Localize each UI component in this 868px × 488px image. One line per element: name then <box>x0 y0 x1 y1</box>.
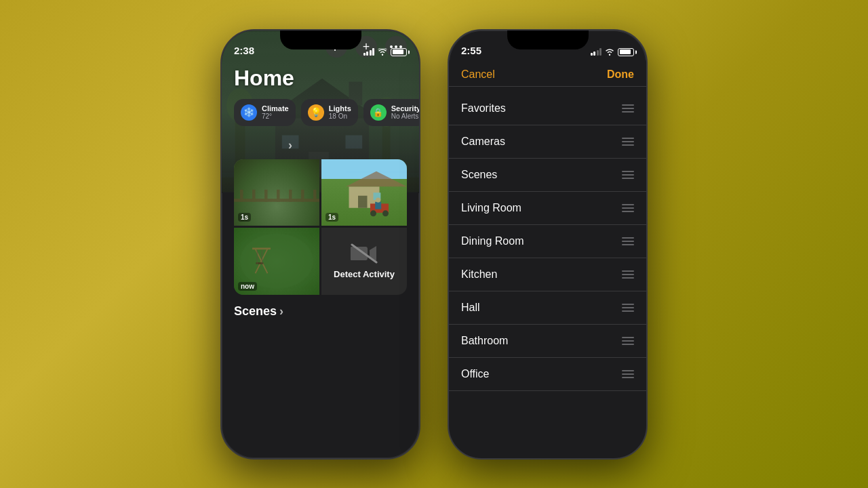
svg-rect-23 <box>252 189 256 201</box>
camera-3-timestamp: now <box>238 282 257 291</box>
svg-rect-31 <box>358 195 368 207</box>
lights-widget[interactable]: 💡 Lights 18 On <box>301 99 358 126</box>
phone-2-notch <box>507 30 589 49</box>
battery-icon-2 <box>618 48 634 56</box>
svg-rect-28 <box>313 189 317 201</box>
battery-icon-1 <box>391 48 407 56</box>
phone-1: 2:38 <box>220 29 420 460</box>
climate-value: 72° <box>262 113 289 120</box>
room-item-scenes[interactable]: Scenes <box>449 159 646 192</box>
svg-rect-27 <box>301 189 304 201</box>
security-label: Security <box>391 104 419 113</box>
scenes-section-header[interactable]: Scenes › <box>234 304 407 319</box>
svg-rect-22 <box>240 189 243 201</box>
security-widget[interactable]: 🔒 Security No Alerts <box>363 99 419 126</box>
climate-icon: ❄️ <box>241 104 257 121</box>
svg-rect-25 <box>277 189 280 201</box>
room-name-favorites: Favorites <box>461 102 506 115</box>
home-title-container: Home <box>222 63 419 99</box>
camera-cell-3[interactable]: now <box>234 228 319 295</box>
svg-point-38 <box>240 234 313 289</box>
room-name-dining-room: Dining Room <box>461 235 524 247</box>
cancel-button[interactable]: Cancel <box>461 68 495 81</box>
drag-handle-bathroom[interactable] <box>622 337 634 345</box>
video-off-icon <box>351 243 378 264</box>
climate-widget[interactable]: ❄️ Climate 72° <box>234 99 296 126</box>
camera-cell-4-detect[interactable]: Detect Activity <box>321 228 407 295</box>
svg-point-34 <box>370 210 376 216</box>
room-item-dining-room[interactable]: Dining Room <box>449 225 646 258</box>
drag-handle-office[interactable] <box>622 370 634 378</box>
security-value: No Alerts <box>391 113 419 120</box>
wifi-icon-1 <box>378 48 387 56</box>
room-item-hall[interactable]: Hall <box>449 291 646 325</box>
svg-rect-24 <box>264 189 268 201</box>
drag-handle-kitchen[interactable] <box>622 270 634 279</box>
cameras-chevron-icon: › <box>288 138 292 152</box>
svg-rect-36 <box>375 201 381 209</box>
security-icon: 🔒 <box>370 104 387 121</box>
edit-toolbar: Cancel Done <box>449 60 646 87</box>
svg-marker-30 <box>346 171 407 186</box>
drag-handle-favorites[interactable] <box>622 104 634 113</box>
time-display-2: 2:55 <box>461 45 481 56</box>
wifi-icon-2 <box>605 48 614 56</box>
room-item-bathroom[interactable]: Bathroom <box>449 325 646 358</box>
status-icons-2 <box>591 48 635 56</box>
detect-activity-label: Detect Activity <box>334 269 395 279</box>
svg-rect-9 <box>345 135 362 148</box>
phone-2: 2:55 <box>448 29 648 460</box>
room-name-cameras: Cameras <box>461 136 505 148</box>
done-button[interactable]: Done <box>607 68 634 81</box>
scenes-label: Scenes <box>234 304 277 319</box>
drag-handle-hall[interactable] <box>622 304 634 312</box>
room-name-hall: Hall <box>461 302 480 314</box>
drag-handle-dining-room[interactable] <box>622 237 634 245</box>
scenes-chevron-icon: › <box>279 304 283 319</box>
time-display-1: 2:38 <box>234 45 254 56</box>
camera-2-timestamp: 1s <box>326 213 338 222</box>
room-name-bathroom: Bathroom <box>461 335 508 347</box>
status-icons-1 <box>363 48 408 56</box>
lights-value: 18 On <box>329 113 351 120</box>
signal-icon-1 <box>363 48 375 56</box>
phone-2-screen: 2:55 <box>449 30 646 458</box>
signal-icon-2 <box>591 48 602 56</box>
phone-1-screen: 2:38 <box>222 30 419 458</box>
climate-label: Climate <box>262 104 289 113</box>
room-name-scenes: Scenes <box>461 169 497 181</box>
room-list: Favorites Cameras Sc <box>449 87 646 391</box>
room-item-favorites[interactable]: Favorites <box>449 92 646 125</box>
room-item-kitchen[interactable]: Kitchen <box>449 258 646 291</box>
drag-handle-scenes[interactable] <box>622 171 634 179</box>
svg-rect-26 <box>289 189 292 201</box>
drag-handle-living-room[interactable] <box>622 204 634 212</box>
room-name-office: Office <box>461 368 490 380</box>
home-title: Home <box>234 66 407 91</box>
room-name-kitchen: Kitchen <box>461 268 497 281</box>
room-name-living-room: Living Room <box>461 202 521 214</box>
lights-label: Lights <box>329 104 351 113</box>
camera-1-timestamp: 1s <box>238 213 251 222</box>
widget-row: ❄️ Climate 72° 💡 Lights 18 On 🔒 Security <box>222 99 419 136</box>
lights-icon: 💡 <box>308 104 324 121</box>
svg-rect-41 <box>252 247 271 249</box>
camera-cell-2[interactable]: 1s <box>321 159 407 226</box>
svg-point-35 <box>382 210 389 216</box>
drag-handle-cameras[interactable] <box>622 138 634 146</box>
phone-1-notch <box>280 30 361 49</box>
room-item-office[interactable]: Office <box>449 358 646 391</box>
phone-2-content: Cancel Done Favorites Cameras <box>449 60 646 458</box>
scenes-section: Scenes › <box>222 295 419 319</box>
room-item-cameras[interactable]: Cameras <box>449 125 646 159</box>
svg-point-37 <box>376 197 380 202</box>
room-item-living-room[interactable]: Living Room <box>449 192 646 225</box>
camera-cell-1[interactable]: 1s <box>234 159 319 226</box>
